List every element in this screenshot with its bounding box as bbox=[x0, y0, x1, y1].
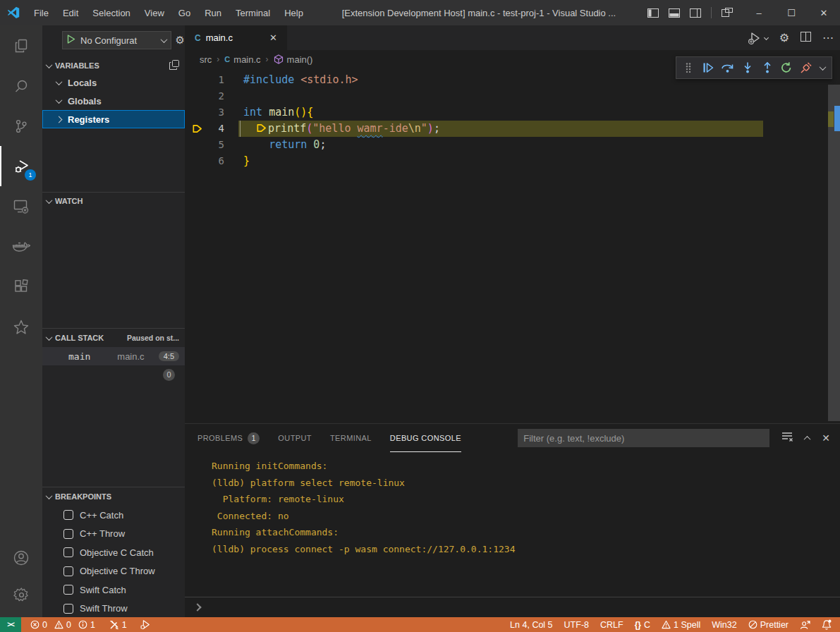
problems-status[interactable]: 0 0 1 bbox=[30, 620, 95, 630]
debug-configuration-dropdown[interactable]: No Configurat bbox=[62, 31, 171, 49]
session-row[interactable]: 0 bbox=[42, 365, 185, 384]
activity-explorer-icon[interactable] bbox=[0, 25, 42, 66]
menu-run[interactable]: Run bbox=[197, 8, 229, 18]
breakpoint-checkbox[interactable] bbox=[63, 604, 73, 614]
variables-section-header[interactable]: VARIABLES bbox=[42, 58, 185, 73]
activity-remote-explorer-icon[interactable] bbox=[0, 186, 42, 226]
line-number[interactable]: 4 bbox=[209, 121, 224, 137]
maximize-panel-icon[interactable] bbox=[804, 435, 811, 442]
more-actions-icon[interactable]: ⋯ bbox=[822, 31, 834, 44]
variables-row-registers[interactable]: Registers bbox=[42, 110, 185, 128]
code-editor[interactable]: 1#include <stdio.h>23int main(){4 printf… bbox=[185, 68, 840, 423]
close-panel-icon[interactable]: ✕ bbox=[822, 432, 830, 444]
tab-close-icon[interactable]: ✕ bbox=[267, 32, 280, 43]
language-mode[interactable]: {} C bbox=[635, 620, 650, 630]
breakpoint-gutter[interactable] bbox=[185, 88, 209, 104]
debug-run-file-icon[interactable] bbox=[748, 31, 762, 45]
feedback-icon[interactable] bbox=[800, 620, 810, 630]
line-number[interactable]: 5 bbox=[209, 137, 224, 153]
disconnect-icon[interactable] bbox=[798, 59, 814, 76]
toggle-panel-icon[interactable] bbox=[669, 8, 680, 18]
menu-selection[interactable]: Selection bbox=[85, 8, 137, 18]
toggle-sidebar-icon[interactable] bbox=[647, 8, 659, 18]
line-number[interactable]: 1 bbox=[209, 72, 224, 88]
restart-icon[interactable] bbox=[779, 59, 794, 76]
breakpoint-gutter[interactable] bbox=[185, 72, 209, 88]
breakpoint-checkbox[interactable] bbox=[63, 547, 73, 557]
toggle-secondary-sidebar-icon[interactable] bbox=[690, 8, 701, 18]
toolbar-chevron-down-icon[interactable] bbox=[818, 59, 827, 76]
breakpoint-gutter[interactable] bbox=[185, 104, 209, 121]
start-debug-icon[interactable] bbox=[67, 35, 75, 46]
current-line-arrow-icon[interactable] bbox=[185, 121, 209, 137]
split-editor-icon[interactable] bbox=[801, 32, 811, 44]
breakpoint-checkbox[interactable] bbox=[63, 585, 73, 595]
continue-icon[interactable] bbox=[700, 59, 716, 76]
line-number[interactable]: 6 bbox=[209, 153, 224, 169]
cursor-position[interactable]: Ln 4, Col 5 bbox=[510, 620, 552, 630]
debug-status-icon[interactable] bbox=[140, 619, 151, 630]
run-dropdown-chevron-icon[interactable] bbox=[764, 35, 769, 40]
settings-gear-icon[interactable] bbox=[0, 576, 42, 613]
tab-terminal[interactable]: TERMINAL bbox=[330, 424, 372, 452]
close-button[interactable]: ✕ bbox=[808, 0, 840, 25]
remote-indicator[interactable]: >< bbox=[0, 617, 21, 632]
watch-section-header[interactable]: WATCH bbox=[42, 193, 185, 209]
step-into-icon[interactable] bbox=[740, 59, 755, 76]
breadcrumb-src[interactable]: src bbox=[200, 54, 212, 65]
activity-run-and-debug-icon[interactable]: 1 bbox=[0, 146, 42, 186]
activity-extensions-icon[interactable] bbox=[0, 267, 42, 307]
menu-edit[interactable]: Edit bbox=[56, 8, 85, 18]
breakpoints-section-header[interactable]: BREAKPOINTS bbox=[42, 487, 185, 506]
menu-view[interactable]: View bbox=[138, 8, 171, 18]
breakpoint-row[interactable]: Swift Throw bbox=[42, 600, 185, 618]
breakpoint-row[interactable]: C++ Throw bbox=[42, 525, 185, 544]
tools-status[interactable]: 1 bbox=[109, 620, 127, 630]
breakpoint-checkbox[interactable] bbox=[63, 510, 73, 520]
line-number[interactable]: 3 bbox=[209, 104, 224, 121]
breakpoint-row[interactable]: Objective C Throw bbox=[42, 562, 185, 581]
eol-sequence[interactable]: CRLF bbox=[600, 620, 623, 630]
customize-layout-icon[interactable] bbox=[722, 8, 733, 18]
tab-output[interactable]: OUTPUT bbox=[278, 424, 312, 452]
activity-search-icon[interactable] bbox=[0, 66, 42, 106]
breakpoint-checkbox[interactable] bbox=[63, 529, 73, 539]
menu-file[interactable]: File bbox=[27, 8, 56, 18]
spell-checker-status[interactable]: 1 Spell bbox=[662, 620, 700, 630]
clear-console-icon[interactable] bbox=[781, 432, 793, 444]
console-filter-input[interactable] bbox=[518, 429, 769, 447]
breadcrumb-symbol[interactable]: main() bbox=[287, 54, 313, 65]
formatter-status[interactable]: Prettier bbox=[748, 620, 789, 630]
activity-source-control-icon[interactable] bbox=[0, 106, 42, 146]
menu-help[interactable]: Help bbox=[277, 8, 310, 18]
minimize-button[interactable]: – bbox=[743, 0, 775, 25]
stack-frame-row[interactable]: main main.c 4:5 bbox=[42, 347, 185, 365]
notifications-bell-icon[interactable] bbox=[822, 619, 832, 630]
breakpoint-row[interactable]: Swift Catch bbox=[42, 581, 185, 600]
step-over-icon[interactable] bbox=[720, 59, 736, 76]
debug-console-input[interactable] bbox=[185, 597, 840, 617]
menu-terminal[interactable]: Terminal bbox=[229, 8, 277, 18]
tab-problems[interactable]: PROBLEMS 1 bbox=[197, 424, 260, 452]
tab-debug-console[interactable]: DEBUG CONSOLE bbox=[390, 424, 461, 452]
breakpoint-checkbox[interactable] bbox=[63, 566, 73, 576]
breadcrumb-file[interactable]: main.c bbox=[233, 54, 260, 65]
platform-target[interactable]: Win32 bbox=[712, 620, 736, 630]
menu-go[interactable]: Go bbox=[171, 8, 197, 18]
tab-main-c[interactable]: C main.c ✕ bbox=[185, 25, 287, 50]
variables-row-globals[interactable]: Globals bbox=[42, 92, 185, 110]
encoding[interactable]: UTF-8 bbox=[564, 620, 589, 630]
copy-icon[interactable] bbox=[169, 60, 179, 71]
breakpoint-row[interactable]: Objective C Catch bbox=[42, 543, 185, 562]
open-launch-json-gear-icon[interactable]: ⚙ bbox=[176, 34, 185, 47]
toolbar-drag-handle[interactable] bbox=[681, 59, 696, 76]
call-stack-section-header[interactable]: CALL STACK Paused on st... bbox=[42, 329, 185, 347]
activity-star-icon[interactable] bbox=[0, 307, 42, 347]
breakpoint-gutter[interactable] bbox=[185, 137, 209, 153]
activity-docker-icon[interactable] bbox=[0, 226, 42, 267]
editor-gear-icon[interactable]: ⚙ bbox=[779, 31, 789, 44]
step-out-icon[interactable] bbox=[760, 59, 775, 76]
variables-row-locals[interactable]: Locals bbox=[42, 73, 185, 92]
editor-scrollbar[interactable] bbox=[828, 85, 840, 421]
maximize-button[interactable]: ☐ bbox=[775, 0, 808, 25]
